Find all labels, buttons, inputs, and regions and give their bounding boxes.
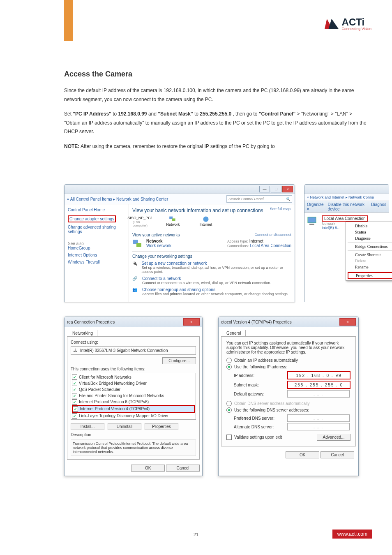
install-button[interactable]: Install... [71,423,104,430]
network-thumb-icon [132,239,144,249]
note-paragraph: NOTE: After using the camera, remember t… [64,142,368,151]
gateway-field[interactable]: . . . [287,390,350,398]
change-advanced-link[interactable]: Change advanced sharing settings [68,225,125,234]
menu-status[interactable]: Status [346,229,392,235]
control-panel-home-link[interactable]: Control Panel Home [68,208,125,212]
configure-button[interactable]: Configure... [162,357,196,364]
network-sharing-center-window: — □ × « All Control Panel Items ▸ Networ… [64,184,295,302]
toolbar: Organize ▾ Disable this network device D… [304,201,389,213]
connect-icon: 🔗 [132,276,140,284]
homegroup-link[interactable]: HomeGroup [68,246,125,250]
windows-firewall-link[interactable]: Windows Firewall [68,260,125,264]
minimize-button[interactable]: — [259,186,270,192]
networking-tab[interactable]: Networking [68,330,97,336]
change-settings-label: Change your networking settings [132,251,291,259]
close-button[interactable]: × [282,186,293,192]
footer: www.acti.com [0,530,392,539]
validate-label: Validate settings upon exit [234,435,282,439]
homegroup-item[interactable]: 👥 Choose homegroup and sharing optionsAc… [132,287,291,296]
lac-link[interactable]: Local Area Connection [250,243,291,248]
pdns-label: Preferred DNS server: [234,416,287,421]
window-titlebar: — □ × [65,185,295,194]
menu-diagnose[interactable]: Diagnose [346,235,392,241]
paragraph-1: Since the default IP address of the came… [64,86,368,104]
general-tab[interactable]: General [222,330,246,336]
internet-options-link[interactable]: Internet Options [68,253,125,257]
radio-use-ip[interactable]: Use the following IP address: [226,364,350,370]
radio-use-dns[interactable]: Use the following DNS server addresses: [226,407,350,413]
active-network: Network Work network Access type: Intern… [132,239,291,249]
dialog-titlebar: rea Connection Properties × [65,317,202,327]
ipv4-properties-dialog: otocol Version 4 (TCP/IPv4) Properties ×… [218,317,359,476]
breadcrumb[interactable]: « Network and Internet ▸ Network Conne [304,194,389,201]
menu-properties[interactable]: Properties [348,272,392,279]
items-list[interactable]: ✔Client for Microsoft Networks ✔VirtualB… [71,373,196,420]
svg-marker-1 [328,19,339,29]
ipv4-item[interactable]: ✔Internet Protocol Version 4 (TCP/IPv4) [72,405,195,413]
properties-button[interactable]: Properties [145,423,178,430]
setup-icon: 🔌 [132,261,139,268]
see-also-label: See also [68,241,125,246]
ipv4-msg: You can get IP settings assigned automat… [226,341,350,354]
menu-delete[interactable]: Delete [346,258,392,264]
adns-field[interactable]: . . . [287,423,350,430]
logo-tagline: Connecting Vision [342,27,371,31]
advanced-button[interactable]: Advanced... [317,434,350,441]
setup-connection-item[interactable]: 🔌 Set up a new connection or networkSet … [132,261,291,274]
connect-using-label: Connect using: [71,340,196,345]
validate-checkbox[interactable] [226,435,232,440]
radio-obtain-ip[interactable]: Obtain an IP address automatically [226,358,350,363]
control-panel-sidebar: Control Panel Home Change adapter settin… [65,204,129,302]
lac-icon [307,215,319,227]
svg-point-6 [203,216,208,222]
cancel-button[interactable]: Cancel [166,465,200,472]
ok-button[interactable]: OK [286,451,319,458]
see-full-map-link[interactable]: See full map [270,207,291,211]
dialog-titlebar: otocol Version 4 (TCP/IPv4) Properties × [219,317,358,327]
ncs-main-pane: View your basic network information and … [129,204,295,302]
adapter-box: 🖧 Intel(R) 82567LM-3 Gigabit Network Con… [71,346,196,355]
connect-disconnect-link[interactable]: Connect or disconnect [254,233,291,237]
window-titlebar [304,185,389,194]
ncs-heading: View your basic network information and … [132,208,291,213]
organize-menu[interactable]: Organize ▾ [307,202,324,211]
close-button[interactable]: × [183,318,200,326]
description-label: Description [71,432,196,437]
items-using-label: This connection uses the following items… [71,367,196,371]
breadcrumb-text: « All Control Panel Items ▸ Network and … [67,197,168,201]
menu-bridge[interactable]: Bridge Connections [346,243,392,250]
maximize-button[interactable]: □ [271,186,281,192]
intro-text: Since the default IP address of the came… [64,86,368,157]
logo-mark-icon [324,16,339,32]
adns-label: Alternate DNS server: [234,425,287,429]
nic-icon: 🖧 [74,348,78,353]
connect-network-item[interactable]: 🔗 Connect to a networkConnect or reconne… [132,276,291,285]
homegroup-icon: 👥 [132,287,140,295]
ok-button[interactable]: OK [131,465,165,472]
disable-device-button[interactable]: Disable this network device [328,202,367,211]
left-accent-bar [64,0,73,41]
svg-rect-9 [308,217,316,223]
menu-disable[interactable]: Disable [346,223,392,229]
search-input[interactable]: Search Control Panel🔍 [226,195,292,203]
ip-address-field[interactable]: 192 . 168 . 0 . 99 [287,371,350,379]
subnet-mask-field[interactable]: 255 . 255 . 255 . 0 [287,381,350,389]
close-button[interactable]: × [339,318,356,326]
breadcrumb[interactable]: « All Control Panel Items ▸ Network and … [65,194,295,204]
cancel-button[interactable]: Cancel [321,451,354,458]
menu-rename[interactable]: Rename [346,264,392,270]
pdns-field[interactable]: . . . [287,414,350,422]
gateway-label: Default gateway: [234,392,287,396]
change-adapter-link[interactable]: Change adapter settings [68,215,125,222]
menu-shortcut[interactable]: Create Shortcut [346,252,392,258]
subnet-mask-label: Subnet mask: [234,383,287,387]
uninstall-button[interactable]: Uninstall [108,423,141,430]
network-icon: Network [167,216,179,227]
brand-logo: ACTi Connecting Vision [324,16,371,32]
page-title: Access the Camera [64,70,132,79]
radio-obtain-dns[interactable]: Obtain DNS server address automatically [226,401,350,406]
paragraph-2: Set "PC IP Address" to 192.168.0.99 and … [64,110,368,136]
view-active-label: View your active networks Connect or dis… [132,230,291,237]
svg-rect-5 [172,218,175,221]
diagnose-button[interactable]: Diagnos [371,202,386,211]
